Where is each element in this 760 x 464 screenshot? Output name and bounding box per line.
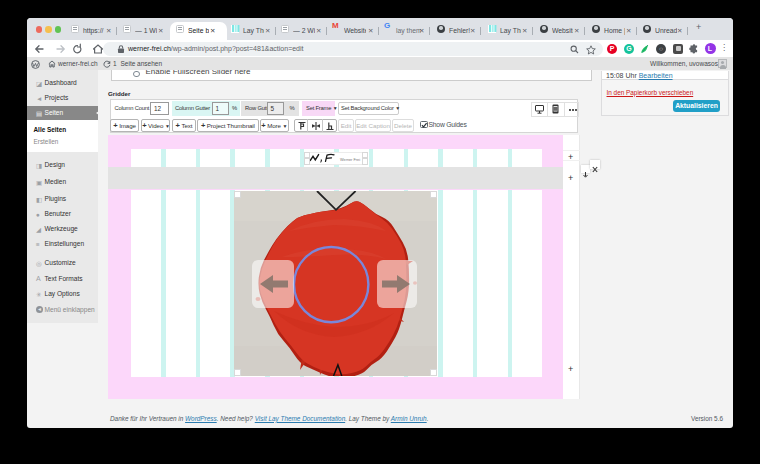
svg-text:Werner Frei: Werner Frei (340, 158, 360, 162)
